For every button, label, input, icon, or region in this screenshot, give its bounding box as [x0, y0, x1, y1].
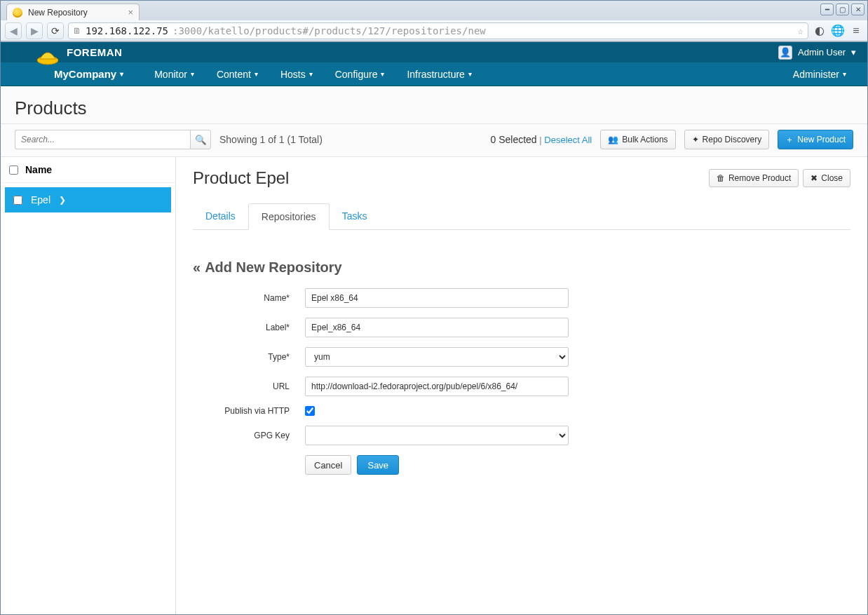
page-toolbar: 🔍 Showing 1 of 1 (1 Total) 0 Selected | …: [1, 124, 867, 157]
detail-title: Product Epel: [193, 168, 289, 188]
search-input[interactable]: [15, 130, 190, 149]
tab-details[interactable]: Details: [193, 203, 248, 229]
nav-label: Infrastructure: [407, 69, 464, 80]
org-name: MyCompany: [54, 68, 116, 80]
tab-repositories[interactable]: Repositories: [248, 203, 330, 230]
browser-menu-icon[interactable]: ≡: [849, 24, 863, 38]
btn-label: New Product: [797, 135, 846, 144]
chevron-left-double-icon[interactable]: «: [193, 259, 201, 276]
nav-infrastructure[interactable]: Infrastructure▾: [395, 62, 482, 86]
remove-product-button[interactable]: 🗑Remove Product: [709, 169, 799, 187]
row-checkbox[interactable]: [13, 196, 22, 205]
nav-hosts[interactable]: Hosts▾: [269, 62, 324, 86]
url-label: URL: [193, 381, 305, 391]
name-column-header: Name: [25, 164, 52, 175]
close-icon: ✖: [811, 173, 818, 183]
search-button[interactable]: 🔍: [190, 130, 211, 149]
browser-reload-button[interactable]: ⟳: [47, 22, 64, 39]
foreman-logo-icon: [36, 45, 60, 66]
row-label: Epel: [31, 194, 50, 205]
save-button[interactable]: Save: [357, 455, 399, 475]
window-minimize-button[interactable]: ━: [820, 4, 834, 15]
extension1-icon[interactable]: ◐: [813, 24, 827, 38]
user-menu[interactable]: 👤 Admin User ▾: [778, 46, 856, 60]
app-root: FOREMAN 👤 Admin User ▾ MyCompany ▾ Monit…: [1, 42, 867, 615]
showing-text: Showing 1 of 1 (1 Total): [219, 134, 323, 145]
type-label: Type*: [193, 352, 305, 362]
extension2-icon[interactable]: 🌐: [831, 24, 845, 38]
chevron-right-icon: ❯: [59, 195, 66, 205]
app-topbar: FOREMAN 👤 Admin User ▾: [1, 42, 867, 62]
close-button[interactable]: ✖Close: [803, 169, 850, 187]
list-header: Name: [1, 157, 175, 183]
nav-monitor[interactable]: Monitor▾: [143, 62, 205, 86]
new-repo-form: Name* Label* Type* yum URL: [193, 288, 850, 475]
selected-count: 0 Selected: [491, 134, 537, 145]
nav-administer[interactable]: Administer▾: [782, 62, 867, 86]
nav-label: Administer: [793, 69, 839, 80]
url-path: :3000/katello/products#/products/127/rep…: [172, 25, 486, 36]
user-label: Admin User: [798, 47, 846, 58]
nav-configure[interactable]: Configure▾: [324, 62, 396, 86]
list-item[interactable]: Epel ❯: [5, 187, 171, 212]
repo-discovery-button[interactable]: ✦Repo Discovery: [684, 130, 770, 149]
chevron-down-icon: ▾: [843, 70, 846, 78]
gpg-label: GPG Key: [193, 431, 305, 440]
nav-label: Configure: [335, 69, 378, 80]
product-list-pane: Name Epel ❯: [1, 157, 176, 615]
name-label: Name*: [193, 293, 305, 303]
chevron-down-icon: ▾: [120, 70, 123, 78]
chevron-down-icon: ▾: [255, 70, 258, 78]
foreman-favicon: [13, 8, 22, 18]
page-title: Products: [15, 97, 853, 119]
nav-label: Monitor: [154, 69, 187, 80]
btn-label: Close: [821, 173, 843, 183]
url-host: 192.168.122.75: [86, 25, 168, 36]
gpg-select[interactable]: [305, 426, 569, 445]
url-bar[interactable]: 🗎 192.168.122.75:3000/katello/products#/…: [68, 22, 808, 39]
nav-content[interactable]: Content▾: [205, 62, 269, 86]
browser-back-button[interactable]: ◀: [5, 22, 22, 39]
deselect-all-link[interactable]: Deselect All: [544, 135, 592, 145]
chevron-down-icon: ▾: [381, 70, 384, 78]
page-info-icon[interactable]: 🗎: [73, 26, 81, 36]
chevron-down-icon: ▾: [468, 70, 472, 78]
trash-icon: 🗑: [717, 173, 725, 183]
window-maximize-button[interactable]: ▢: [836, 4, 849, 15]
nav-label: Content: [217, 69, 251, 80]
label-label: Label*: [193, 323, 305, 332]
search-icon: 🔍: [195, 135, 207, 145]
user-avatar-icon: 👤: [778, 46, 792, 60]
browser-tab-title: New Repository: [28, 8, 88, 18]
browser-chrome: ━ ▢ ✕ New Repository × ◀ ▶ ⟳ 🗎 192.168.1…: [1, 1, 867, 42]
publish-http-checkbox[interactable]: [305, 406, 315, 416]
main-nav: MyCompany ▾ Monitor▾ Content▾ Hosts▾ Con…: [1, 62, 867, 86]
publish-label: Publish via HTTP: [193, 406, 305, 416]
detail-pane: Product Epel 🗑Remove Product ✖Close Deta…: [176, 157, 867, 615]
page-header: Products: [1, 86, 867, 124]
chevron-down-icon: ▾: [191, 70, 194, 78]
browser-forward-button[interactable]: ▶: [26, 22, 43, 39]
brand-text: FOREMAN: [67, 46, 122, 58]
browser-tab[interactable]: New Repository ×: [6, 4, 140, 20]
btn-label: Repo Discovery: [703, 135, 762, 144]
new-product-button[interactable]: ＋New Product: [778, 130, 853, 149]
cancel-button[interactable]: Cancel: [305, 455, 351, 475]
window-close-button[interactable]: ✕: [851, 4, 864, 15]
btn-label: Bulk Actions: [622, 135, 667, 144]
tab-tasks[interactable]: Tasks: [330, 203, 380, 229]
nav-label: Hosts: [280, 69, 306, 80]
name-input[interactable]: [305, 288, 569, 308]
tab-close-icon[interactable]: ×: [128, 7, 133, 18]
select-all-checkbox[interactable]: [9, 165, 18, 175]
plus-icon: ＋: [785, 134, 794, 146]
url-input[interactable]: [305, 377, 569, 396]
selection-summary: 0 Selected | Deselect All: [491, 134, 592, 145]
bookmark-star-icon[interactable]: ☆: [798, 25, 803, 36]
bulk-actions-button[interactable]: 👥Bulk Actions: [600, 130, 675, 149]
label-input[interactable]: [305, 318, 569, 337]
type-select[interactable]: yum: [305, 347, 569, 367]
detail-tabs: Details Repositories Tasks: [193, 203, 850, 230]
group-icon: 👥: [608, 135, 618, 144]
chevron-down-icon: ▾: [309, 70, 313, 78]
